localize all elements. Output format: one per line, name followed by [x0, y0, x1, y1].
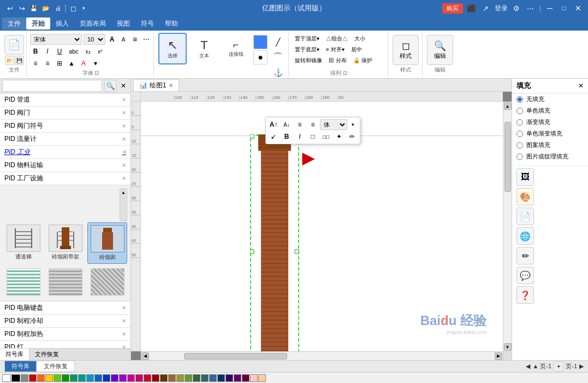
color-swatch-seafoam[interactable]: [201, 374, 209, 382]
drawing-canvas[interactable]: ◀ A↑ A↓ ≡ ≡ 体 ▾ ↙ B: [141, 102, 503, 351]
sidebar-category-pid-factory[interactable]: PID 工厂设施✕: [0, 172, 130, 185]
sidebar-category-light[interactable]: PID 灯✕: [0, 341, 130, 348]
fill-radio-solid[interactable]: [516, 108, 523, 114]
color-swatch-green1[interactable]: [54, 374, 61, 382]
menu-item-insert[interactable]: 插入: [50, 17, 74, 30]
sidebar-category-pid-material[interactable]: PID 物料运输✕: [0, 159, 130, 172]
color-swatch-light1[interactable]: [250, 374, 258, 382]
ft-align-left-button[interactable]: ≡: [294, 119, 306, 130]
color-swatch-purple1[interactable]: [111, 374, 118, 382]
color-swatch-darkred[interactable]: [152, 374, 159, 382]
color-swatch-brown2[interactable]: [168, 374, 176, 382]
new-button[interactable]: ◻: [68, 3, 79, 14]
color-swatch-black[interactable]: [11, 374, 20, 382]
color-swatch-purple2[interactable]: [119, 374, 127, 382]
anchor-tool-button[interactable]: ⚓: [271, 66, 285, 79]
select-tool-button[interactable]: ↖ 选择: [158, 33, 187, 64]
underline-button[interactable]: U: [54, 46, 65, 57]
font-more-button[interactable]: ⋯: [141, 34, 151, 44]
new-page-button[interactable]: 📄: [4, 35, 24, 55]
fill-panel-close-button[interactable]: ✕: [578, 82, 584, 90]
rotate-button[interactable]: 旋转和镜像: [292, 56, 325, 66]
fill-radio-solid-gradient[interactable]: [516, 131, 523, 137]
menu-item-file[interactable]: 文件: [2, 17, 26, 30]
share2-button[interactable]: ↗: [480, 3, 491, 14]
sidebar-category-pid-flow[interactable]: PID 流量计✕: [0, 133, 130, 146]
italic-button[interactable]: I: [42, 46, 53, 57]
fill-document-button[interactable]: 📄: [516, 208, 534, 225]
group-button[interactable]: △组合△: [323, 34, 351, 44]
share-button[interactable]: ⬛: [466, 3, 477, 14]
fill-option-texture[interactable]: 图片或纹理填充: [512, 151, 588, 162]
sidebar-category-pid-valve[interactable]: PID 阀门✕: [0, 107, 130, 120]
color-swatch-maroon[interactable]: [242, 374, 250, 382]
highlight-button[interactable]: ▲: [66, 58, 77, 69]
fill-edit-button[interactable]: ✏: [516, 247, 534, 264]
font-color-button[interactable]: A: [78, 58, 89, 69]
fill-radio-pattern[interactable]: [516, 142, 523, 149]
fill-option-gradient[interactable]: 渐变填充: [512, 116, 588, 128]
add-page-button[interactable]: +: [554, 362, 563, 372]
list-button[interactable]: ≡: [30, 58, 41, 69]
color-swatch-brown1[interactable]: [160, 374, 168, 382]
sidebar-category-pid-pipe[interactable]: PID 管道✕: [0, 93, 130, 107]
color-swatch-green2[interactable]: [62, 374, 69, 382]
icon-item-pattern2[interactable]: [45, 266, 85, 298]
ft-align-right-button[interactable]: ≡: [307, 119, 319, 130]
color-swatch-violet[interactable]: [234, 374, 241, 382]
qa-dropdown[interactable]: ▾: [80, 3, 87, 14]
ft-dropdown-button[interactable]: ▾: [348, 119, 357, 130]
ft-box-button[interactable]: □: [307, 131, 319, 142]
edit-button[interactable]: 🔍 编辑: [427, 35, 453, 65]
sidebar-category-pid-valve-symbol[interactable]: PID 阀门符号✕: [0, 120, 130, 133]
indent-button[interactable]: ⊞: [54, 58, 65, 69]
protect-button[interactable]: 🔒 保护: [351, 56, 375, 66]
open-button[interactable]: 📂: [40, 3, 51, 14]
color-swatch-navy[interactable]: [217, 374, 225, 382]
redo-button[interactable]: ↪: [16, 3, 27, 14]
status-tab-recovery[interactable]: 文件恢复: [37, 361, 75, 372]
color-swatch-teal1[interactable]: [70, 374, 78, 382]
align-button[interactable]: ≡ 对齐▾: [323, 45, 347, 55]
bold-button[interactable]: B: [30, 46, 41, 57]
nav-prev[interactable]: ◀: [526, 363, 530, 370]
color-swatch-blue1[interactable]: [94, 374, 102, 382]
sidebar-category-cooling[interactable]: PID 制程冷却✕: [0, 315, 130, 328]
rect-shape-button[interactable]: [253, 35, 268, 49]
ft-corner-button[interactable]: ↙: [268, 131, 280, 142]
scrollbar-horizontal[interactable]: ◀ ▶: [141, 351, 503, 360]
curve-tool-button[interactable]: ⌒: [271, 50, 285, 64]
menu-item-help[interactable]: 帮助: [159, 17, 183, 30]
strikethrough-button[interactable]: abc: [66, 46, 81, 57]
bring-to-front-button[interactable]: 置于顶层▾: [292, 34, 322, 44]
color-swatch-yellow[interactable]: [45, 374, 53, 382]
sidebar-close-button[interactable]: ✕: [118, 81, 128, 91]
sidebar-search-input[interactable]: [2, 80, 102, 92]
subscript-button[interactable]: x₂: [82, 46, 93, 57]
center-button[interactable]: 居中: [348, 45, 365, 55]
ft-bold-button[interactable]: B: [281, 131, 293, 142]
fill-radio-gradient[interactable]: [516, 119, 523, 126]
sidebar-category-keyboard[interactable]: PID 电脑键盘✕: [0, 302, 130, 315]
icon-item-pattern3[interactable]: [87, 266, 127, 298]
color-swatch-red[interactable]: [29, 374, 37, 382]
sidebar-search-button[interactable]: 🔍: [104, 80, 116, 92]
sidebar-tab-recovery[interactable]: 文件恢复: [29, 349, 64, 360]
buy-button[interactable]: 购买: [442, 3, 463, 14]
connect-tool-button[interactable]: ⌐ 连接线: [222, 33, 250, 64]
fill-option-solid[interactable]: 单色填充: [512, 105, 588, 116]
color-swatch-indigo[interactable]: [225, 374, 233, 382]
undo-button[interactable]: ↩: [4, 3, 15, 14]
settings-button[interactable]: ⚙: [511, 3, 522, 14]
nav-next[interactable]: ▶: [579, 363, 584, 370]
font-spacing-button[interactable]: ≡: [130, 34, 140, 44]
color-swatch-teal2[interactable]: [78, 374, 86, 382]
color-swatch-lime[interactable]: [185, 374, 192, 382]
distribute-button[interactable]: 田 分布: [326, 56, 349, 66]
status-tab-symbols[interactable]: 符号库: [4, 361, 37, 372]
maximize-button[interactable]: □: [559, 3, 569, 14]
fill-radio-none[interactable]: [516, 96, 523, 103]
fill-radio-texture[interactable]: [516, 154, 523, 160]
size-button[interactable]: 大小: [352, 34, 368, 44]
fill-image-button[interactable]: 🖼: [516, 168, 534, 186]
